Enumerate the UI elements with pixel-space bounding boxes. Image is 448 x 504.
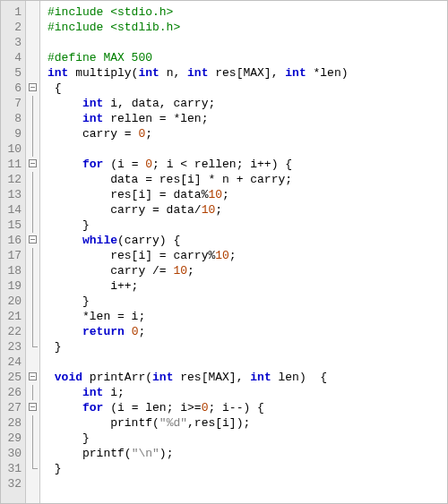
fold-column [26, 1, 40, 503]
token-id: ; [229, 249, 237, 262]
line-number: 3 [1, 35, 22, 50]
token-id: ; [222, 188, 229, 201]
line-number: 12 [1, 172, 22, 187]
fold-toggle-icon[interactable] [29, 372, 37, 380]
token-id: ); [159, 447, 174, 460]
token-id: carry = [47, 127, 138, 141]
code-line[interactable]: while(carry) { [47, 233, 447, 248]
token-id: n, [159, 66, 187, 80]
token-kw: int [82, 97, 103, 110]
fold-toggle-icon[interactable] [29, 403, 37, 411]
fold-marker [26, 309, 39, 324]
fold-marker[interactable] [26, 157, 39, 172]
fold-marker[interactable] [26, 233, 39, 248]
fold-marker [26, 355, 39, 370]
token-str: "\n" [132, 447, 159, 460]
code-line[interactable]: printf("\n"); [47, 446, 447, 461]
fold-marker[interactable] [26, 370, 39, 385]
token-id: printf( [47, 447, 132, 460]
token-id: len) { [271, 371, 327, 384]
token-id [47, 386, 82, 399]
line-number: 10 [1, 141, 22, 157]
code-line[interactable]: } [47, 294, 447, 309]
line-number: 30 [1, 446, 22, 461]
code-line[interactable]: int multiply(int n, int res[MAX], int *l… [47, 65, 447, 81]
token-id [125, 325, 132, 338]
code-line[interactable]: data = res[i] * n + carry; [47, 172, 447, 187]
code-line[interactable]: { [47, 81, 447, 96]
code-line[interactable] [47, 141, 447, 157]
fold-marker [26, 65, 39, 81]
code-line[interactable]: } [47, 431, 447, 446]
fold-end-icon [32, 339, 33, 347]
code-line[interactable]: res[i] = carry%10; [47, 248, 447, 263]
token-pp: #define MAX 500 [47, 51, 152, 64]
code-line[interactable]: } [47, 218, 447, 233]
code-line[interactable]: int i, data, carry; [47, 96, 447, 111]
code-line[interactable]: int i; [47, 385, 447, 400]
fold-marker [26, 278, 39, 294]
fold-line-icon [32, 141, 33, 157]
fold-marker[interactable] [26, 400, 39, 415]
line-number: 23 [1, 339, 22, 355]
token-id: ; [145, 127, 152, 141]
fold-marker [26, 263, 39, 278]
fold-toggle-icon[interactable] [29, 235, 37, 243]
line-number: 19 [1, 278, 22, 294]
token-id: res[i] = data% [47, 188, 208, 201]
code-line[interactable]: #include <stdio.h> [47, 4, 447, 20]
code-line[interactable]: #include <stdlib.h> [47, 20, 447, 35]
token-id: multiply( [68, 66, 138, 80]
fold-line-icon [32, 294, 33, 309]
line-number: 9 [1, 126, 22, 141]
token-id: (i = len; i>= [103, 401, 201, 414]
token-num: 10 [202, 203, 216, 217]
fold-marker [26, 187, 39, 202]
fold-marker [26, 4, 39, 20]
code-line[interactable]: printf("%d",res[i]); [47, 415, 447, 431]
token-id: carry /= [47, 264, 173, 278]
token-id: (carry) { [117, 234, 180, 247]
code-line[interactable]: int rellen = *len; [47, 111, 447, 126]
token-id: i, data, carry; [103, 97, 215, 110]
token-id: carry = data/ [47, 203, 202, 217]
fold-toggle-icon[interactable] [29, 83, 37, 91]
code-line[interactable]: #define MAX 500 [47, 50, 447, 65]
fold-line-icon [32, 96, 33, 111]
code-line[interactable]: *len = i; [47, 309, 447, 324]
code-line[interactable] [47, 355, 447, 370]
code-line[interactable]: for (i = 0; i < rellen; i++) { [47, 157, 447, 172]
code-line[interactable]: for (i = len; i>=0; i--) { [47, 400, 447, 415]
token-id: res[i] = carry% [47, 249, 215, 262]
code-area[interactable]: #include <stdio.h>#include <stdlib.h>#de… [40, 1, 447, 503]
code-line[interactable]: void printArr(int res[MAX], int len) { [47, 370, 447, 385]
code-line[interactable]: carry = 0; [47, 126, 447, 141]
token-kw: int [250, 371, 271, 384]
line-number: 13 [1, 187, 22, 202]
token-id [47, 371, 55, 384]
code-line[interactable]: } [47, 461, 447, 476]
code-line[interactable]: return 0; [47, 324, 447, 339]
fold-line-icon [32, 431, 33, 446]
token-id [47, 97, 82, 110]
code-line[interactable] [47, 476, 447, 491]
fold-marker [26, 50, 39, 65]
fold-line-icon [32, 309, 33, 324]
token-kw: int [47, 66, 68, 80]
fold-toggle-icon[interactable] [29, 159, 37, 167]
fold-marker[interactable] [26, 81, 39, 96]
line-number: 8 [1, 111, 22, 126]
fold-marker [26, 126, 39, 141]
code-line[interactable]: } [47, 339, 447, 355]
token-num: 0 [145, 158, 152, 171]
code-line[interactable] [47, 35, 447, 50]
fold-line-icon [32, 385, 33, 400]
code-line[interactable]: i++; [47, 278, 447, 294]
code-line[interactable]: res[i] = data%10; [47, 187, 447, 202]
token-id [47, 112, 82, 125]
line-number: 6 [1, 81, 22, 96]
code-line[interactable]: carry = data/10; [47, 202, 447, 218]
fold-line-icon [32, 415, 33, 431]
token-id: (i = [103, 158, 145, 171]
code-line[interactable]: carry /= 10; [47, 263, 447, 278]
